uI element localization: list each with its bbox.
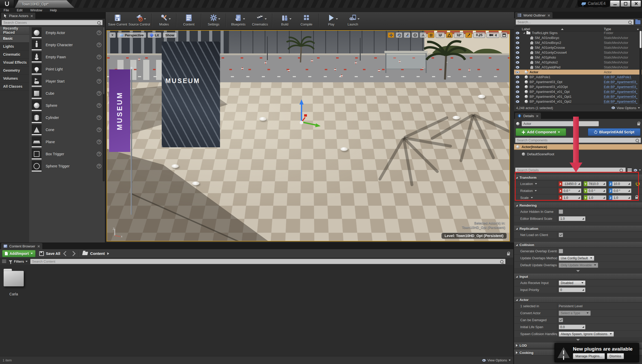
eye-icon[interactable]: [516, 56, 519, 59]
build-button[interactable]: Build: [274, 12, 296, 26]
eye-icon[interactable]: [516, 42, 519, 44]
table-row[interactable]: BP_Apartment04_v01_Opt2Edit BP_Apartment…: [514, 99, 639, 104]
net-load-checkbox[interactable]: [559, 233, 563, 237]
spinner-icon[interactable]: [628, 197, 630, 199]
chevron-down-icon[interactable]: [535, 190, 537, 192]
lock-icon[interactable]: [637, 123, 640, 125]
rotation-snap-button[interactable]: [446, 32, 453, 38]
location-y-field[interactable]: Y7810.0: [584, 181, 606, 186]
rotate-tool-button[interactable]: [396, 32, 402, 38]
table-row[interactable]: SM_A01photoStaticMeshActor: [514, 55, 639, 60]
viewport-options-button[interactable]: [109, 32, 116, 38]
edit-blueprint-link[interactable]: Edit BP_Apartment03_: [604, 80, 637, 84]
back-button[interactable]: [63, 251, 68, 256]
save-current-button[interactable]: Save Current: [107, 12, 128, 26]
table-row[interactable]: BP_Apartment04_v01_Opt1Edit BP_Apartment…: [514, 94, 639, 99]
section-actor[interactable]: Actor: [514, 297, 642, 303]
help-icon[interactable]: ?: [97, 115, 101, 120]
actor-name-field[interactable]: [522, 121, 599, 126]
expand-more-icon[interactable]: [576, 270, 580, 274]
actor-hidden-checkbox[interactable]: [559, 209, 563, 214]
help-icon[interactable]: ?: [97, 43, 101, 47]
spinner-icon[interactable]: [578, 183, 580, 185]
section-rendering[interactable]: Rendering: [514, 203, 642, 208]
category-cinematic[interactable]: Cinematic: [0, 51, 29, 59]
scale-z-field[interactable]: Z1.0: [609, 195, 631, 200]
scale-snap-button[interactable]: [465, 32, 472, 38]
list-item[interactable]: Sphere?: [29, 99, 105, 111]
add-component-button[interactable]: Add Component: [516, 128, 566, 136]
location-z-field[interactable]: Z10.0: [609, 181, 631, 186]
forward-button[interactable]: [70, 251, 76, 256]
list-item[interactable]: Empty Character?: [29, 39, 105, 51]
help-icon[interactable]: ?: [97, 30, 101, 35]
table-row[interactable]: BP_Apartment04_v01_OptEdit BP_Apartment0…: [514, 89, 639, 94]
close-tab-icon[interactable]: [536, 115, 538, 117]
table-row[interactable]: SM_A01yieldPedStaticMeshActor: [514, 65, 639, 70]
spinner-icon[interactable]: [628, 183, 630, 185]
category-all-classes[interactable]: All Classes: [0, 83, 29, 91]
eye-icon[interactable]: [516, 51, 519, 54]
lock-icon[interactable]: [507, 253, 510, 255]
scale-y-field[interactable]: Y1.0: [584, 195, 606, 200]
table-row[interactable]: TrafficLight SignsFolder: [514, 30, 639, 35]
blueprints-button[interactable]: Blueprints: [227, 12, 249, 26]
rotation-x-field[interactable]: X0.0 °: [559, 188, 581, 193]
list-item[interactable]: Cone?: [29, 124, 105, 136]
table-row-selected[interactable]: ActorActor: [514, 70, 642, 75]
help-icon[interactable]: ?: [97, 103, 101, 108]
eye-icon[interactable]: [516, 81, 519, 83]
cinematics-button[interactable]: Cinematics: [249, 12, 271, 26]
eye-icon[interactable]: [516, 71, 519, 74]
grid-snap-button[interactable]: [428, 32, 434, 38]
spawn-collision-dropdown[interactable]: Always Spawn, Ignore Collisions: [559, 331, 614, 337]
manage-plugins-button[interactable]: Manage Plugins...: [573, 353, 605, 359]
eye-icon[interactable]: [516, 46, 519, 49]
default-overlaps-dropdown[interactable]: Only Update Movable: [559, 263, 598, 268]
launch-button[interactable]: Launch: [342, 12, 364, 26]
table-row[interactable]: SM_A01onlyCrosswStaticMeshActor: [514, 45, 639, 50]
add-folder-icon[interactable]: [635, 20, 640, 24]
search-content-input[interactable]: [30, 259, 506, 264]
help-icon[interactable]: ?: [97, 140, 101, 144]
list-item[interactable]: Box Trigger?: [29, 148, 105, 160]
chevron-down-icon[interactable]: [531, 197, 533, 199]
generate-overlap-checkbox[interactable]: [559, 249, 563, 253]
eye-icon[interactable]: [516, 100, 519, 103]
play-button[interactable]: Play: [320, 12, 342, 26]
initial-life-span-field[interactable]: 0.0: [559, 325, 586, 329]
expand-icon[interactable]: [523, 32, 525, 34]
category-recently-placed[interactable]: Recently Placed: [0, 27, 29, 35]
table-row[interactable]: BP_AddPole1Edit BP_AddPole1: [514, 75, 639, 79]
table-row[interactable]: SM_A01photo2StaticMeshActor: [514, 60, 639, 65]
rotation-y-field[interactable]: Y0.0 °: [584, 188, 606, 193]
tab-content-browser[interactable]: Content Browser: [1, 243, 42, 249]
restore-button[interactable]: [621, 1, 630, 7]
spinner-icon[interactable]: [582, 326, 584, 328]
category-basic[interactable]: Basic: [0, 35, 29, 43]
level-tab[interactable]: Town10HD_Opt*: [15, 0, 74, 8]
tab-details[interactable]: Details: [515, 113, 541, 119]
show-button[interactable]: Show: [163, 32, 177, 38]
help-icon[interactable]: ?: [97, 127, 101, 132]
breadcrumb[interactable]: Content: [83, 251, 109, 256]
rotation-snap-value[interactable]: 10°: [454, 32, 464, 38]
scrollbar[interactable]: [639, 31, 642, 104]
edit-blueprint-link[interactable]: Edit BP_Apartment04_: [604, 90, 637, 94]
eye-icon[interactable]: [516, 37, 519, 39]
help-icon[interactable]: ?: [97, 91, 101, 96]
blueprint-add-script-button[interactable]: Blueprint/Add Script: [588, 128, 640, 136]
spinner-icon[interactable]: [603, 190, 605, 192]
compile-button[interactable]: Compile: [296, 12, 317, 26]
billboard-scale-field[interactable]: 1.0: [559, 216, 586, 221]
level-badge[interactable]: Level: Town10HD_Opt (Persistent): [441, 233, 507, 239]
help-icon[interactable]: ?: [97, 55, 101, 59]
convert-actor-dropdown[interactable]: Select a Type: [559, 311, 591, 316]
rotation-z-field[interactable]: Z0.0 °: [609, 188, 631, 193]
help-icon[interactable]: ?: [97, 67, 101, 71]
edit-blueprint-link[interactable]: Edit BP_Apartment04_: [604, 100, 637, 104]
modes-button[interactable]: Modes: [153, 12, 175, 26]
source-control-button[interactable]: Source Control: [128, 12, 150, 26]
category-visual-effects[interactable]: Visual Effects: [0, 59, 29, 67]
spinner-icon[interactable]: [603, 197, 605, 199]
